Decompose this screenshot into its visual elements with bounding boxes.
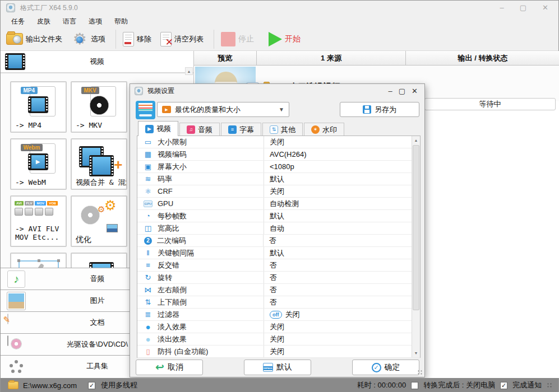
clear-list-button[interactable]: 清空列表 [160, 32, 204, 46]
setting-value: 否 [264, 296, 420, 308]
options-button[interactable]: ⚙ 选项 [71, 31, 105, 47]
output-path[interactable]: E:\www.x6g.com [23, 381, 77, 390]
shutdown-after-checkbox[interactable] [411, 382, 418, 389]
minimize-icon[interactable]: – [500, 1, 504, 15]
dialog-resize-grip[interactable] [417, 370, 423, 375]
dialog-close-icon[interactable]: ✕ [412, 87, 418, 95]
multithread-checkbox[interactable]: ✓ [88, 382, 95, 389]
settings-scrollbar[interactable]: ▲ ▼ [412, 136, 420, 357]
tab-audio[interactable]: ♫ 音频 [179, 123, 220, 136]
dialog-title: 视频设置 [147, 86, 174, 96]
card-to-avi-flv-mov[interactable]: AVI FLV MOV VOB -> AVI FLV MOV Etc... [10, 195, 67, 247]
menu-skin[interactable]: 皮肤 [31, 15, 57, 27]
sidebar-scroll-up[interactable]: ▲ [185, 67, 193, 75]
gear-icon: ⚙ [98, 204, 105, 214]
profile-value: 最优化的质量和大小 [175, 105, 275, 115]
avi-badge: AVI [15, 201, 24, 206]
start-button[interactable]: 开始 [269, 32, 301, 46]
dialog-icon [135, 87, 143, 95]
dialog-maximize-icon[interactable]: ▢ [399, 87, 405, 95]
sidebar-section-video[interactable]: 视频 [1, 51, 193, 73]
setting-row-filter[interactable]: ≣ 过滤器 off 关闭 [137, 309, 420, 321]
default-button[interactable]: DEFAULT 默认 [244, 360, 311, 375]
setting-row-video-codec[interactable]: ▦ 视频编码 AVC(H264) [137, 148, 420, 161]
scrollbar-thumb[interactable] [413, 145, 419, 310]
window-resize-grip[interactable] [547, 382, 553, 389]
setting-row-size-limit[interactable]: ▭ 大小限制 关闭 [137, 136, 420, 148]
webm-badge: Webm [21, 144, 43, 151]
mov-badge: MOV [35, 201, 46, 206]
setting-row-gpu[interactable]: GPU GPU 自动检测 [137, 198, 420, 210]
setting-label: 二次编码 [152, 236, 263, 246]
scroll-up-icon[interactable]: ▲ [412, 136, 420, 144]
tab-video[interactable]: ▶ 视频 [138, 121, 178, 136]
card-video-merge[interactable]: + 视频合并 & 混流 [71, 138, 127, 190]
start-label: 开始 [285, 34, 301, 44]
profile-tray-icon [136, 101, 155, 119]
menubar: 任务 皮肤 语言 选项 帮助 [5, 15, 134, 27]
tab-watermark[interactable]: ✶ 水印 [304, 123, 344, 136]
setting-row-bitrate[interactable]: ≋ 码率 默认 [137, 173, 420, 185]
save-as-button[interactable]: 另存为 [340, 102, 419, 117]
cancel-button[interactable]: ↩ 取消 [136, 360, 203, 375]
setting-value: 关闭 [264, 136, 420, 148]
stabilizer-icon: ▯ [144, 347, 153, 356]
setting-row-crf[interactable]: ⚛ CRF 关闭 [137, 185, 420, 198]
notify-checkbox[interactable]: ✓ [500, 382, 507, 389]
notify-label[interactable]: 完成通知 [512, 380, 542, 390]
setting-value-text: 关闭 [285, 310, 300, 320]
setting-label: 过滤器 [153, 310, 264, 320]
menu-options[interactable]: 选项 [82, 15, 108, 27]
setting-value: 默认 [264, 173, 420, 185]
setting-row-flip-horizontal[interactable]: ⋈ 左右颠倒 否 [137, 284, 420, 296]
setting-row-rotate[interactable]: ↻ 旋转 否 [137, 272, 420, 284]
card-to-mkv[interactable]: MKV -> MKV [71, 81, 127, 133]
default-stamp-icon: DEFAULT [263, 363, 273, 372]
card-label: -> MKV [76, 121, 127, 129]
setting-row-screen-size[interactable]: ▣ 屏幕大小 <1080p [137, 161, 420, 173]
setting-value: <1080p [264, 161, 420, 172]
shutdown-after-label[interactable]: 转换完成后 : 关闭电脑 [423, 380, 495, 390]
setting-row-fade-out[interactable]: ● 淡出效果 关闭 [137, 333, 420, 346]
setting-row-stabilize[interactable]: ▯ 防抖 (白金功能) 关闭 [137, 346, 420, 358]
menu-task[interactable]: 任务 [5, 15, 31, 27]
setting-row-fps[interactable]: ◔ 每秒帧数 默认 [137, 210, 420, 222]
setting-row-two-pass[interactable]: 2 二次编码 否 [137, 235, 420, 247]
tab-label: 字幕 [239, 125, 254, 135]
flip-vertical-icon: ⇅ [144, 298, 153, 307]
card-optimize[interactable]: ⚙ ⚙ 优化 [71, 195, 127, 247]
tab-subtitle[interactable]: ≡ 字幕 [221, 123, 261, 136]
setting-row-fade-in[interactable]: ● 淡入效果 关闭 [137, 321, 420, 333]
dialog-minimize-icon[interactable]: – [389, 87, 392, 95]
setting-label: 上下颠倒 [153, 297, 264, 307]
maximize-icon[interactable]: ▢ [520, 1, 526, 15]
setting-row-aspect-ratio[interactable]: ◫ 宽高比 自动 [137, 222, 420, 235]
menu-language[interactable]: 语言 [57, 15, 82, 27]
elapsed-time: 耗时 : 00:00:00 [357, 380, 406, 390]
status-badge: 等待中 [424, 98, 556, 110]
profile-dropdown[interactable]: ▶ 最优化的质量和大小 ▼ [157, 102, 289, 117]
statusbar: E:\www.x6g.com ✓ 使用多线程 耗时 : 00:00:00 转换完… [1, 378, 558, 392]
setting-value: off 关闭 [264, 309, 420, 320]
tab-other[interactable]: ⇅ 其他 [262, 123, 303, 136]
remove-button[interactable]: 移除 [123, 32, 151, 46]
chip-icon: ▦ [144, 150, 153, 159]
output-folder-button[interactable]: 输出文件夹 [6, 33, 62, 45]
setting-row-flip-vertical[interactable]: ⇅ 上下颠倒 否 [137, 296, 420, 309]
flv-badge: FLV [25, 201, 34, 206]
menu-help[interactable]: 帮助 [108, 15, 134, 27]
stop-button[interactable]: 停止 [221, 32, 254, 46]
ruler-icon: ▭ [144, 138, 153, 147]
setting-row-deinterlace[interactable]: ≡ 反交错 否 [137, 259, 420, 272]
output-path-folder-icon[interactable] [8, 381, 19, 389]
profile-film-icon: ▶ [162, 106, 171, 113]
ok-button[interactable]: ✓ 确定 [352, 360, 419, 375]
multithread-label[interactable]: 使用多线程 [101, 380, 137, 390]
mkv-badge: MKV [81, 87, 99, 94]
close-icon[interactable]: ✕ [542, 1, 548, 15]
scroll-down-icon[interactable]: ▼ [412, 349, 420, 357]
card-to-mp4[interactable]: MP4 -> MP4 [10, 81, 67, 133]
webm-card-art: Webm ▶ [21, 143, 57, 175]
setting-row-keyframe-interval[interactable]: ‖ 关键帧间隔 默认 [137, 247, 420, 259]
card-to-webm[interactable]: Webm ▶ -> WebM [10, 138, 67, 190]
